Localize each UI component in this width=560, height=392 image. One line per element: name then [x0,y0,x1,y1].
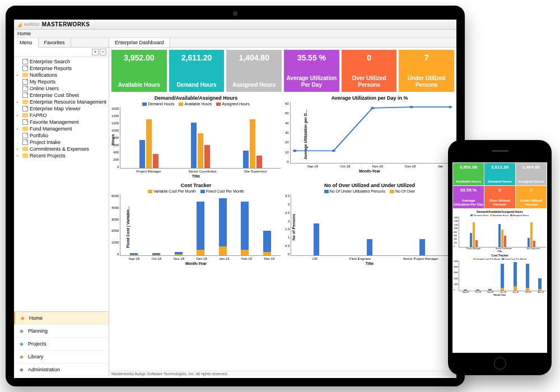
legend-item: Assigned Hours [216,102,249,106]
tree-item-label: Commitments & Expenses [30,146,89,152]
nav-item-planning[interactable]: ◆Planning [14,325,109,338]
kpi-card[interactable]: 0Over Utilized Persons [342,50,397,92]
y-axis: 3.532.521.510.50 [285,194,291,256]
bar [419,239,425,255]
bar-segment [219,246,227,255]
expand-icon[interactable]: + [16,154,21,158]
tree-item[interactable]: +Notifications [15,72,108,78]
tree-item[interactable]: Portfolio [15,132,108,139]
tree-item[interactable]: +Enterprise Resource Management [15,99,108,105]
sidebar-tabs: Menu Favorites [14,38,109,48]
bar-segment [464,291,467,291]
tree-item[interactable]: Enterprise Map Viewer [15,105,108,112]
tablet-screen: ◢ AURIGO MASTERWORKS Home Menu Favorites… [14,20,456,378]
legend-swatch-icon [179,102,183,106]
phone-kpi-card[interactable]: 35.55 %Average Utilization Per Day [453,186,484,208]
tab-menu[interactable]: Menu [14,38,39,48]
app-header: ◢ AURIGO MASTERWORKS [14,20,456,30]
nav-item-administration[interactable]: ◆Administration [14,363,109,376]
tree-item[interactable]: Enterprise Search [15,58,108,65]
legend-item: Demand Hours [142,102,174,106]
bar-segment [514,286,517,291]
tree-item[interactable]: +Fund Management [15,125,108,132]
kpi-value: 35.55 % [285,53,338,62]
expand-icon[interactable]: + [16,147,21,151]
doc-icon [22,66,28,71]
tree-item[interactable]: Enterprise Cost Sheet [15,92,108,99]
tree-item[interactable]: Online Users [15,85,108,92]
kpi-value: 3,952.00 [454,165,483,170]
legend-swatch-icon [490,214,492,216]
kpi-value: 2,611.20 [485,165,515,170]
legend-swatch-icon [502,258,504,260]
bar [250,119,255,169]
tab-favorites[interactable]: Favorites [39,38,71,47]
tree-item[interactable]: Favorite Management [15,119,108,125]
y-axis: 500040003000200010000 [454,260,459,291]
tree-item[interactable]: +FAPRO [15,112,108,119]
expand-icon[interactable]: + [16,114,21,118]
kpi-card[interactable]: 2,611.20Demand Hours [169,50,225,92]
x-axis: Project ManagerSenior CoordinatorSite Su… [459,248,547,250]
main-tabs: Enterprise Dashboard [109,38,456,48]
nav-item-library[interactable]: ◆Library [14,351,109,363]
kpi-card[interactable]: 3,952.00Available Hours [111,50,167,92]
bar [198,133,203,169]
kpi-card[interactable]: 7Under Utilized Persons [399,50,454,92]
nav-item-home[interactable]: ◆Home [14,312,109,325]
tree-item[interactable]: +Recent Projects [15,152,108,159]
kpi-value: 1,404.80 [227,53,281,62]
kpi-value: 35.55 % [454,188,483,193]
phone-kpi-card[interactable]: 0Over Utilized Persons [484,186,515,208]
chart-title: No of Over Utilized and Under Utilized [285,183,454,188]
bar [533,241,535,247]
kpi-card[interactable]: 1,404.80Assigned Hours [226,50,282,92]
expand-icon[interactable]: + [16,100,21,104]
tree-item[interactable]: Project Intake [15,139,108,146]
phone-kpi-card[interactable]: 2,611.20Demand Hours [484,163,515,185]
charts-grid: Demand/Available/Assigned HoursDemand Ho… [111,95,454,265]
stacked-bar [130,253,138,255]
app-body: Menu Favorites + − Enterprise SearchEnte… [14,38,456,376]
bar-segment [130,255,138,255]
phone-home-button[interactable] [494,357,506,370]
phone-kpi-card[interactable]: 3,952.00Available Hours [453,163,484,185]
tree-item-label: Favorite Management [30,119,79,125]
kpi-card[interactable]: 35.55 %Average Utilization Per Day [284,50,339,92]
collapse-all-button[interactable]: − [100,49,106,55]
tree-item[interactable]: Enterprise Reports [15,65,108,72]
bottom-nav: ◆Home◆Planning◆Projects◆Library◆Administ… [14,311,109,376]
sidebar: Menu Favorites + − Enterprise SearchEnte… [14,38,109,376]
stacked-bar [501,264,504,291]
bar-group [191,123,210,168]
chart-title: Average Utilization per Day in % [285,95,454,101]
nav-item-label: Projects [28,341,46,347]
phone-speaker-icon [492,150,508,152]
phone-kpi-card[interactable]: 1,404.80Assigned Hours [516,163,547,185]
bar [139,140,145,168]
expand-icon[interactable]: + [16,127,21,131]
tree-item[interactable]: +Commitments & Expenses [15,146,108,152]
tree-item[interactable]: My Reports [15,78,108,85]
y-axis: 16001400120010008006004002000 [454,217,459,248]
breadcrumb[interactable]: Home [14,30,456,38]
brand-prefix: AURIGO [24,22,40,26]
kpi-label: Demand Hours [170,82,223,88]
nav-item-projects[interactable]: ◆Projects [14,338,109,351]
nav-item-label: Home [29,315,43,321]
kpi-value: 0 [343,53,396,62]
dashboard: 3,952.00Available Hours2,611.20Demand Ho… [109,48,456,371]
tab-enterprise-dashboard[interactable]: Enterprise Dashboard [109,38,170,47]
chart-legend: Variable Cost Per MonthFixed Cost Per Mo… [111,189,281,193]
bar [473,222,475,247]
kpi-value: 0 [485,188,515,193]
expand-icon[interactable]: + [16,73,21,77]
phone-kpi-card[interactable]: 7Under Utilized Persons [516,186,547,208]
plot [459,260,546,291]
expand-all-button[interactable]: + [92,49,99,55]
folder-icon [22,127,28,131]
kpi-label: Assigned Hours [516,180,546,184]
legend-swatch-icon [473,258,475,260]
main-area: Enterprise Dashboard 3,952.00Available H… [109,38,456,376]
y-axis: 6050403020100 [285,102,290,164]
